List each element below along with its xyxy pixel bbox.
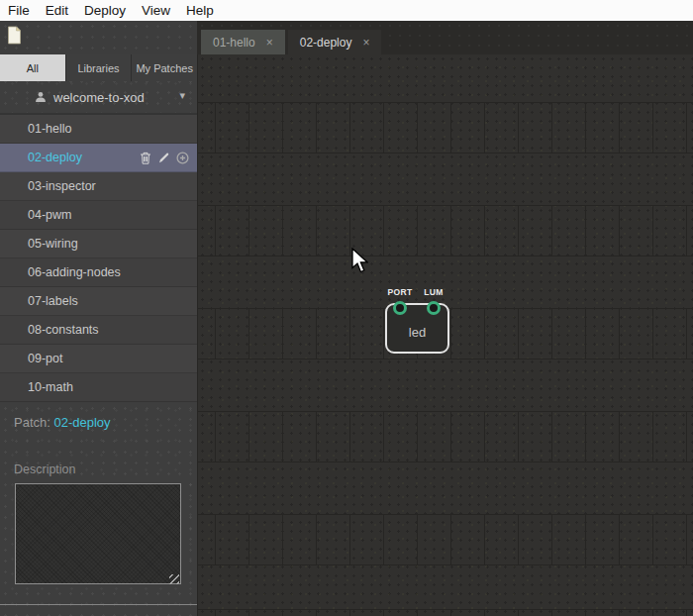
grid-band: [198, 411, 693, 462]
plus-circle-icon: [176, 152, 189, 164]
patch-row-01-hello[interactable]: 01-hello: [0, 115, 197, 144]
user-icon: [35, 91, 47, 103]
node-title: led: [409, 325, 426, 340]
filter-tab-libraries[interactable]: Libraries: [66, 54, 133, 81]
filter-tab-my-patches[interactable]: My Patches: [132, 54, 197, 81]
menu-item-file[interactable]: File: [8, 3, 30, 18]
current-patch-info: Patch: 02-deploy: [0, 415, 197, 430]
rename-patch-button[interactable]: [157, 152, 170, 164]
description-label: Description: [0, 462, 197, 476]
patch-info-link[interactable]: 02-deploy: [53, 415, 110, 430]
grid-band: [198, 514, 693, 565]
delete-patch-button[interactable]: [140, 152, 151, 164]
node-led[interactable]: led: [385, 303, 449, 354]
sidebar-bottom-divider: [0, 604, 197, 605]
grid-band: [198, 609, 693, 616]
patch-canvas[interactable]: PORT LUM led: [197, 54, 693, 616]
patch-list: 01-hello 02-deploy: [0, 113, 197, 402]
toolbar: [0, 21, 197, 54]
top-bar: 01-hello × 02-deploy ×: [0, 21, 693, 54]
patch-row-08-constants[interactable]: 08-constants: [0, 316, 197, 345]
patch-row-04-pwm[interactable]: 04-pwm: [0, 201, 197, 230]
patch-row-06-adding-nodes[interactable]: 06-adding-nodes: [0, 258, 197, 287]
project-selector[interactable]: welcome-to-xod ▾: [0, 81, 197, 113]
editor-tabs: 01-hello × 02-deploy ×: [201, 30, 384, 54]
chevron-down-icon: ▾: [179, 89, 185, 102]
patch-row-03-inspector[interactable]: 03-inspector: [0, 172, 197, 201]
patch-row-07-labels[interactable]: 07-labels: [0, 287, 197, 316]
patch-info-label: Patch:: [14, 415, 50, 430]
patch-row-09-pot[interactable]: 09-pot: [0, 345, 197, 373]
menu-item-edit[interactable]: Edit: [46, 3, 68, 18]
patch-row-actions: [140, 144, 189, 171]
menu-bar: File Edit Deploy View Help: [0, 0, 693, 21]
grid-band: [198, 102, 693, 154]
description-wrap: [15, 483, 181, 588]
menu-item-view[interactable]: View: [142, 3, 170, 18]
pin-port[interactable]: [393, 301, 407, 315]
tab-label: 02-deploy: [300, 36, 352, 50]
filter-tab-all[interactable]: All: [0, 54, 66, 81]
editor-tab-bar: 01-hello × 02-deploy ×: [197, 21, 693, 54]
browser-filter-tabs: All Libraries My Patches: [0, 54, 197, 81]
pin-lum[interactable]: [427, 301, 441, 315]
editor-tab-01-hello[interactable]: 01-hello ×: [201, 30, 285, 54]
menu-item-deploy[interactable]: Deploy: [84, 3, 126, 18]
description-input[interactable]: [15, 483, 181, 584]
menu-item-help[interactable]: Help: [186, 3, 214, 18]
tab-close-icon[interactable]: ×: [362, 37, 369, 49]
trash-icon: [140, 152, 151, 164]
editor-tab-02-deploy[interactable]: 02-deploy ×: [288, 30, 382, 54]
pin-label-lum: LUM: [424, 287, 444, 297]
tab-close-icon[interactable]: ×: [266, 37, 273, 49]
patch-row-05-wiring[interactable]: 05-wiring: [0, 230, 197, 258]
xod-ide-window: File Edit Deploy View Help 01-hello × 02…: [0, 0, 693, 616]
patch-row-02-deploy[interactable]: 02-deploy: [0, 144, 197, 172]
document-icon: [7, 26, 22, 45]
patch-row-10-math[interactable]: 10-math: [0, 373, 197, 402]
pin-label-port: PORT: [387, 287, 412, 297]
add-patch-button[interactable]: [176, 152, 189, 164]
project-browser-sidebar: All Libraries My Patches welcome-to-xod …: [0, 54, 197, 616]
new-patch-button[interactable]: [7, 26, 23, 46]
project-name: welcome-to-xod: [53, 90, 145, 105]
grid-band: [198, 205, 693, 257]
patch-row-label: 02-deploy: [28, 151, 82, 164]
pencil-icon: [157, 152, 170, 164]
tab-label: 01-hello: [213, 36, 255, 50]
